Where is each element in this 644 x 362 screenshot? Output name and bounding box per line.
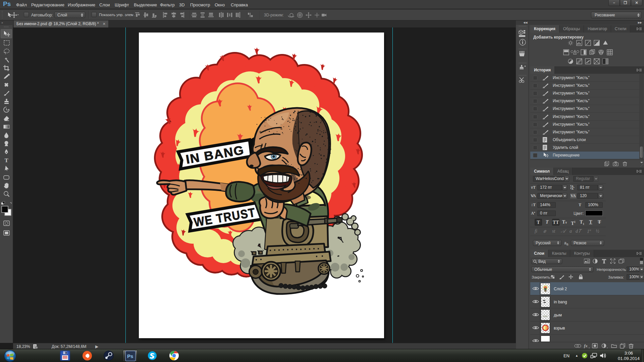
- svg-text:+: +: [595, 41, 597, 44]
- svg-text:T: T: [5, 157, 9, 164]
- svg-text:fx: fx: [584, 343, 588, 348]
- svg-text:3D-режим:: 3D-режим:: [264, 13, 284, 17]
- svg-text:A: A: [572, 187, 574, 190]
- svg-text:Ps: Ps: [127, 353, 133, 359]
